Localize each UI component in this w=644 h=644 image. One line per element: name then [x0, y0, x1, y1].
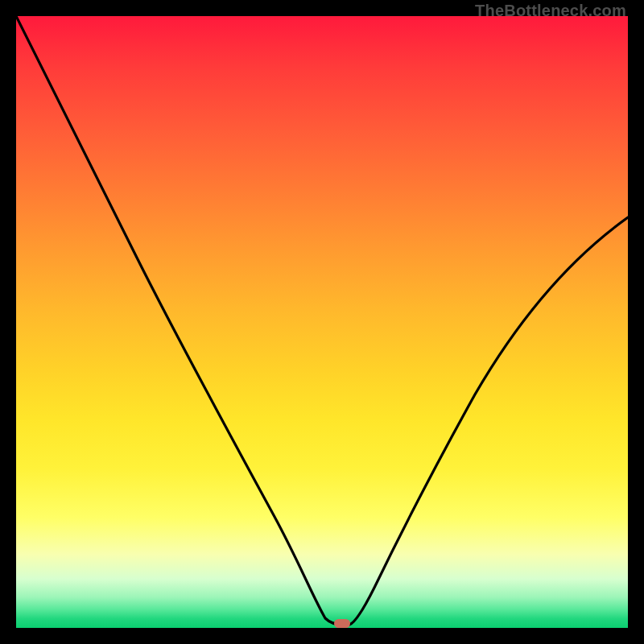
watermark-text: TheBottleneck.com — [475, 2, 626, 20]
bottleneck-curve-svg — [16, 16, 628, 628]
bottleneck-curve — [16, 16, 628, 625]
optimum-marker — [334, 619, 350, 628]
chart-frame: TheBottleneck.com — [0, 0, 644, 644]
chart-plot-area — [16, 16, 628, 628]
